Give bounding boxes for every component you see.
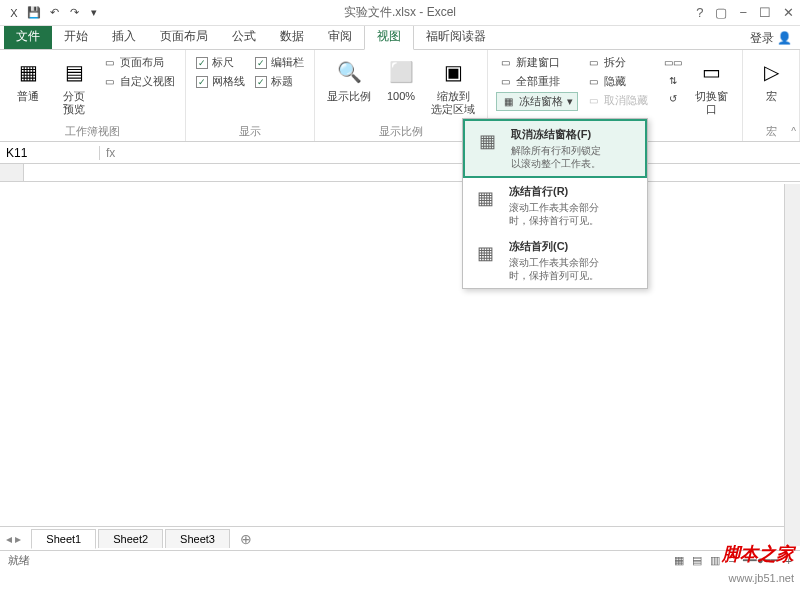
pagelayout-button[interactable]: ▭页面布局 xyxy=(100,54,177,71)
tab-layout[interactable]: 页面布局 xyxy=(148,24,220,49)
sheet-tabs: ◂ ▸ Sheet1 Sheet2 Sheet3 ⊕ xyxy=(0,526,800,550)
arrange-all-button[interactable]: ▭全部重排 xyxy=(496,73,578,90)
titlebar: X 💾 ↶ ↷ ▾ 实验文件.xlsx - Excel ? ▢ − ☐ ✕ xyxy=(0,0,800,26)
undo-icon[interactable]: ↶ xyxy=(46,5,62,21)
hide-button[interactable]: ▭隐藏 xyxy=(584,73,650,90)
fx-icon[interactable]: fx xyxy=(106,146,115,160)
save-icon[interactable]: 💾 xyxy=(26,5,42,21)
formula-bar-row: K11 fx xyxy=(0,142,800,164)
sheet-tab-1[interactable]: Sheet1 xyxy=(31,529,96,549)
unfreeze-panes-item[interactable]: ▦ 取消冻结窗格(F)解除所有行和列锁定 以滚动整个工作表。 xyxy=(463,119,647,178)
status-bar: 就绪 ▦ ▤ ▥ − ━━●━━ + xyxy=(0,550,800,570)
group-label: 显示比例 xyxy=(323,122,479,139)
reset-pos-icon[interactable]: ↺ xyxy=(664,90,682,106)
excel-icon: X xyxy=(6,5,22,21)
switch-window-button[interactable]: ▭切换窗口 xyxy=(688,54,734,118)
formula-bar[interactable]: fx xyxy=(100,146,121,160)
view-normal-icon[interactable]: ▦ xyxy=(674,554,684,567)
custom-view-button[interactable]: ▭自定义视图 xyxy=(100,73,177,90)
pagebreak-view-button[interactable]: ▤分页 预览 xyxy=(54,54,94,118)
macro-button[interactable]: ▷宏 xyxy=(751,54,791,105)
maximize-icon[interactable]: ☐ xyxy=(759,5,771,20)
close-icon[interactable]: ✕ xyxy=(783,5,794,20)
ribbon-tabs: 文件 开始 插入 页面布局 公式 数据 审阅 视图 福昕阅读器 xyxy=(0,26,800,50)
spreadsheet-grid[interactable] xyxy=(0,164,800,526)
new-window-button[interactable]: ▭新建窗口 xyxy=(496,54,578,71)
unhide-button[interactable]: ▭取消隐藏 xyxy=(584,92,650,109)
freeze-panes-button[interactable]: ▦冻结窗格 ▾ xyxy=(496,92,578,111)
normal-view-button[interactable]: ▦普通 xyxy=(8,54,48,105)
view-side-icon[interactable]: ▭▭ xyxy=(664,54,682,70)
view-page-icon[interactable]: ▤ xyxy=(692,554,702,567)
tab-file[interactable]: 文件 xyxy=(4,24,52,49)
watermark-url: www.jb51.net xyxy=(729,572,794,584)
view-break-icon[interactable]: ▥ xyxy=(710,554,720,567)
freeze-top-row-item[interactable]: ▦ 冻结首行(R)滚动工作表其余部分 时，保持首行可见。 xyxy=(463,178,647,233)
group-workbook-views: ▦普通 ▤分页 预览 ▭页面布局 ▭自定义视图 工作簿视图 xyxy=(0,50,186,141)
unfreeze-icon: ▦ xyxy=(471,127,503,155)
sheet-nav[interactable]: ◂ ▸ xyxy=(6,532,29,546)
help-icon[interactable]: ? xyxy=(696,5,703,20)
qat-dropdown-icon[interactable]: ▾ xyxy=(86,5,102,21)
zoom-100-button[interactable]: ⬜100% xyxy=(381,54,421,105)
tab-view[interactable]: 视图 xyxy=(364,23,414,50)
tab-formula[interactable]: 公式 xyxy=(220,24,268,49)
ruler-checkbox[interactable]: ✓标尺 xyxy=(194,54,247,71)
tab-data[interactable]: 数据 xyxy=(268,24,316,49)
minimize-icon[interactable]: − xyxy=(739,5,747,20)
freeze-panes-dropdown: ▦ 取消冻结窗格(F)解除所有行和列锁定 以滚动整个工作表。 ▦ 冻结首行(R)… xyxy=(462,118,648,289)
ribbon-options-icon[interactable]: ▢ xyxy=(715,5,727,20)
redo-icon[interactable]: ↷ xyxy=(66,5,82,21)
group-label: 工作簿视图 xyxy=(8,122,177,139)
name-box[interactable]: K11 xyxy=(0,146,100,160)
vertical-scrollbar[interactable] xyxy=(784,184,800,546)
gridlines-checkbox[interactable]: ✓网格线 xyxy=(194,73,247,90)
formula-bar-checkbox[interactable]: ✓编辑栏 xyxy=(253,54,306,71)
split-button[interactable]: ▭拆分 xyxy=(584,54,650,71)
watermark: 脚本之家 xyxy=(722,542,794,566)
zoom-button[interactable]: 🔍显示比例 xyxy=(323,54,375,105)
group-show: ✓标尺 ✓网格线 ✓编辑栏 ✓标题 显示 xyxy=(186,50,315,141)
tab-home[interactable]: 开始 xyxy=(52,24,100,49)
freeze-first-col-item[interactable]: ▦ 冻结首列(C)滚动工作表其余部分 时，保持首列可见。 xyxy=(463,233,647,288)
quick-access-toolbar: X 💾 ↶ ↷ ▾ xyxy=(0,5,108,21)
status-text: 就绪 xyxy=(8,553,30,568)
add-sheet-button[interactable]: ⊕ xyxy=(240,531,252,547)
select-all-corner[interactable] xyxy=(0,164,24,181)
collapse-ribbon-icon[interactable]: ^ xyxy=(791,126,796,137)
tab-foxit[interactable]: 福昕阅读器 xyxy=(414,24,498,49)
sync-scroll-icon[interactable]: ⇅ xyxy=(664,72,682,88)
group-label: 显示 xyxy=(194,122,306,139)
group-label: 宏 xyxy=(751,122,791,139)
freeze-row-icon: ▦ xyxy=(469,184,501,212)
sheet-tab-3[interactable]: Sheet3 xyxy=(165,529,230,548)
tab-insert[interactable]: 插入 xyxy=(100,24,148,49)
zoom-selection-button[interactable]: ▣缩放到 选定区域 xyxy=(427,54,479,118)
tab-review[interactable]: 审阅 xyxy=(316,24,364,49)
headings-checkbox[interactable]: ✓标题 xyxy=(253,73,306,90)
window-title: 实验文件.xlsx - Excel xyxy=(344,4,456,21)
ribbon: ▦普通 ▤分页 预览 ▭页面布局 ▭自定义视图 工作簿视图 ✓标尺 ✓网格线 ✓… xyxy=(0,50,800,142)
sheet-tab-2[interactable]: Sheet2 xyxy=(98,529,163,548)
window-buttons: ? ▢ − ☐ ✕ xyxy=(696,5,794,20)
freeze-col-icon: ▦ xyxy=(469,239,501,267)
login-link[interactable]: 登录 👤 xyxy=(750,30,792,47)
